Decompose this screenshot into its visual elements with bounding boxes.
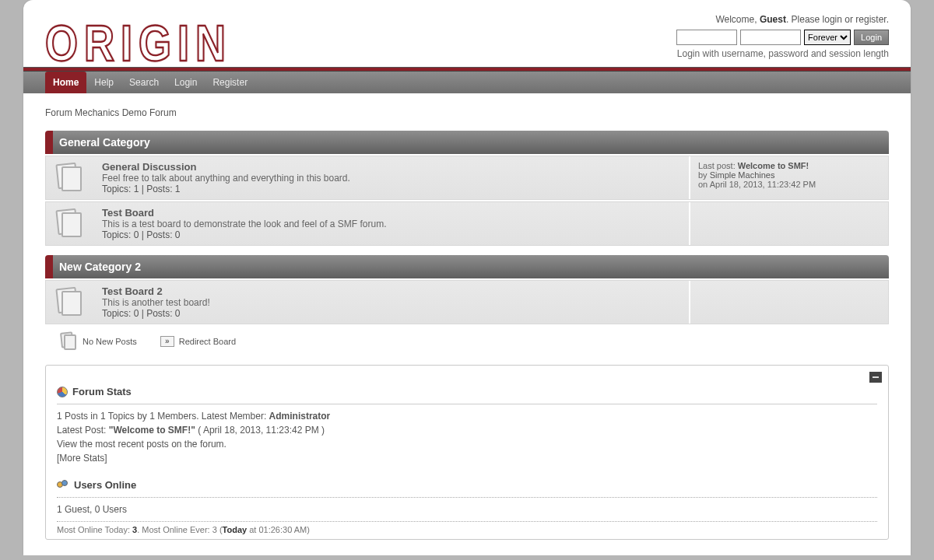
board-row: Test Board This is a test board to demon… xyxy=(45,201,889,246)
most-online-today-label: Most Online Today: xyxy=(57,525,132,534)
legend: No New Posts » Redirect Board xyxy=(45,324,889,359)
forum-stats-header: Forum Stats xyxy=(57,386,877,397)
lastpost-label: Last post: xyxy=(698,161,738,170)
board-desc: Feel free to talk about anything and eve… xyxy=(102,173,681,184)
no-new-posts-icon xyxy=(61,332,78,351)
forum-stats-title: Forum Stats xyxy=(72,386,132,397)
lastpost-by: by xyxy=(698,170,710,180)
board-info: Test Board This is a test board to demon… xyxy=(94,202,689,245)
lastpost-author[interactable]: Simple Machines xyxy=(710,170,775,180)
site-logo[interactable]: ORIGIN xyxy=(45,14,232,68)
username-input[interactable] xyxy=(676,30,737,45)
board-title[interactable]: Test Board 2 xyxy=(102,285,681,297)
welcome-guest: Guest xyxy=(760,14,786,25)
stats-line2c: ( April 18, 2013, 11:23:42 PM ) xyxy=(195,425,325,436)
password-input[interactable] xyxy=(740,30,801,45)
stats-icon xyxy=(57,387,68,397)
most-online-ever-label: . Most Online Ever: 3 ( xyxy=(137,525,222,534)
board-lastpost xyxy=(689,281,888,324)
lastpost-title[interactable]: Welcome to SMF! xyxy=(738,161,809,170)
redirect-icon: » xyxy=(160,336,174,347)
login-button[interactable]: Login xyxy=(854,30,889,45)
board-stats: Topics: 1 | Posts: 1 xyxy=(102,184,681,194)
nav-search[interactable]: Search xyxy=(121,72,167,93)
board-stats: Topics: 0 | Posts: 0 xyxy=(102,308,681,319)
welcome-post: . Please xyxy=(786,14,823,25)
board-desc: This is a test board to demonstrate the … xyxy=(102,219,681,229)
nav-home[interactable]: Home xyxy=(45,72,86,93)
recent-posts-link[interactable]: View the most recent posts on the forum. xyxy=(57,439,226,450)
user-area: Welcome, Guest. Please login or register… xyxy=(676,14,889,59)
content-area: Forum Mechanics Demo Forum General Categ… xyxy=(23,93,911,555)
latest-member-link[interactable]: Administrator xyxy=(269,411,331,422)
users-online-title: Users Online xyxy=(74,479,136,491)
board-lastpost: Last post: Welcome to SMF! by Simple Mac… xyxy=(689,156,888,199)
welcome-or: or xyxy=(842,14,855,25)
board-title[interactable]: General Discussion xyxy=(102,161,681,173)
collapse-button[interactable] xyxy=(869,372,882,383)
welcome-text: Welcome, Guest. Please login or register… xyxy=(676,14,889,25)
legend-redirect-label: Redirect Board xyxy=(179,337,236,346)
board-status-icon xyxy=(46,156,94,199)
category-header[interactable]: General Category xyxy=(45,131,889,154)
most-online-time: at 01:26:30 AM) xyxy=(247,525,310,534)
legend-no-new: No New Posts xyxy=(61,332,137,351)
board-row: General Discussion Feel free to talk abo… xyxy=(45,156,889,200)
category-header[interactable]: New Category 2 xyxy=(45,255,889,278)
nav-help[interactable]: Help xyxy=(86,72,121,93)
lastpost-date: on April 18, 2013, 11:23:42 PM xyxy=(698,180,816,189)
stats-line2a: Latest Post: xyxy=(57,425,109,436)
most-online-ever-value: Today xyxy=(223,525,248,534)
legend-no-new-label: No New Posts xyxy=(83,337,137,346)
stats-line1: 1 Posts in 1 Topics by 1 Members. Latest… xyxy=(57,411,269,422)
nav-register[interactable]: Register xyxy=(205,72,255,93)
more-stats-link[interactable]: [More Stats] xyxy=(57,453,107,464)
welcome-pre: Welcome, xyxy=(715,14,759,25)
board-desc: This is another test board! xyxy=(102,297,681,308)
users-online-icon xyxy=(57,480,69,491)
board-title[interactable]: Test Board xyxy=(102,207,681,219)
most-online-text: Most Online Today: 3. Most Online Ever: … xyxy=(57,521,877,534)
board-status-icon xyxy=(46,202,94,245)
forum-stats-body: 1 Posts in 1 Topics by 1 Members. Latest… xyxy=(57,404,877,465)
register-link[interactable]: register xyxy=(855,14,886,25)
board-status-icon xyxy=(46,281,94,324)
users-online-body: 1 Guest, 0 Users xyxy=(57,497,877,516)
board-stats: Topics: 0 | Posts: 0 xyxy=(102,229,681,240)
login-hint: Login with username, password and sessio… xyxy=(676,48,889,59)
nav-login[interactable]: Login xyxy=(167,72,205,93)
page-wrapper: ORIGIN Welcome, Guest. Please login or r… xyxy=(23,0,911,555)
session-length-select[interactable]: Forever xyxy=(804,30,851,45)
upper-section: ORIGIN Welcome, Guest. Please login or r… xyxy=(23,0,911,67)
legend-redirect: » Redirect Board xyxy=(160,336,236,347)
users-online-header: Users Online xyxy=(57,479,877,491)
welcome-end: . xyxy=(887,14,889,25)
board-info: General Discussion Feel free to talk abo… xyxy=(94,156,689,199)
board-row: Test Board 2 This is another test board!… xyxy=(45,280,889,324)
main-nav: Home Help Search Login Register xyxy=(23,72,911,93)
board-info: Test Board 2 This is another test board!… xyxy=(94,281,689,324)
breadcrumb[interactable]: Forum Mechanics Demo Forum xyxy=(45,107,889,118)
board-lastpost xyxy=(689,202,888,245)
login-link[interactable]: login xyxy=(823,14,842,25)
latest-post-link[interactable]: "Welcome to SMF!" xyxy=(109,425,195,436)
info-center: Forum Stats 1 Posts in 1 Topics by 1 Mem… xyxy=(45,365,889,540)
login-row: Forever Login xyxy=(676,30,889,45)
